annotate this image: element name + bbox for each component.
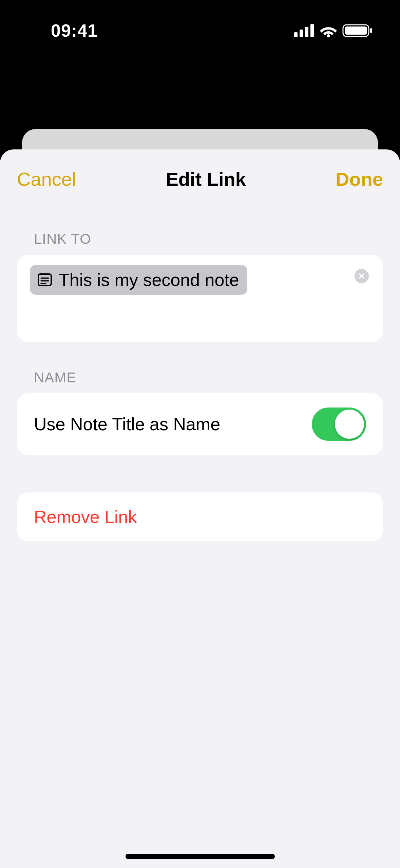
name-section: NAME Use Note Title as Name bbox=[0, 369, 400, 455]
status-time: 09:41 bbox=[51, 20, 98, 41]
name-card: Use Note Title as Name bbox=[17, 393, 383, 455]
wifi-icon bbox=[319, 24, 338, 37]
battery-icon bbox=[342, 23, 373, 38]
link-to-field[interactable]: This is my second note bbox=[17, 255, 383, 342]
svg-rect-6 bbox=[345, 26, 367, 35]
linked-note-chip[interactable]: This is my second note bbox=[30, 265, 247, 295]
link-to-section: LINK TO This is my second note bbox=[0, 231, 400, 342]
edit-link-modal: Cancel Edit Link Done LINK TO This is my… bbox=[0, 149, 400, 868]
note-icon bbox=[36, 271, 54, 289]
name-header: NAME bbox=[34, 369, 383, 386]
use-title-toggle[interactable] bbox=[312, 408, 366, 441]
svg-rect-3 bbox=[310, 24, 314, 37]
cancel-button[interactable]: Cancel bbox=[17, 168, 76, 190]
done-button[interactable]: Done bbox=[336, 168, 383, 190]
nav-bar: Cancel Edit Link Done bbox=[0, 149, 400, 204]
svg-rect-7 bbox=[370, 28, 372, 33]
clear-link-button[interactable] bbox=[355, 269, 369, 283]
linked-note-title: This is my second note bbox=[59, 270, 239, 290]
remove-link-label: Remove Link bbox=[34, 507, 137, 527]
toggle-knob bbox=[335, 410, 364, 439]
link-to-header: LINK TO bbox=[34, 231, 383, 247]
remove-link-button[interactable]: Remove Link bbox=[17, 492, 383, 541]
use-title-row: Use Note Title as Name bbox=[17, 393, 383, 455]
cellular-signal-icon bbox=[294, 24, 315, 37]
status-bar: 09:41 bbox=[0, 0, 400, 61]
remove-section: Remove Link bbox=[0, 492, 400, 541]
status-indicators bbox=[294, 23, 373, 38]
svg-rect-0 bbox=[294, 32, 298, 37]
modal-title: Edit Link bbox=[166, 168, 246, 190]
svg-rect-2 bbox=[305, 27, 308, 37]
use-title-label: Use Note Title as Name bbox=[34, 414, 220, 434]
svg-point-4 bbox=[327, 34, 330, 37]
home-indicator[interactable] bbox=[126, 854, 275, 859]
svg-rect-1 bbox=[300, 30, 303, 37]
